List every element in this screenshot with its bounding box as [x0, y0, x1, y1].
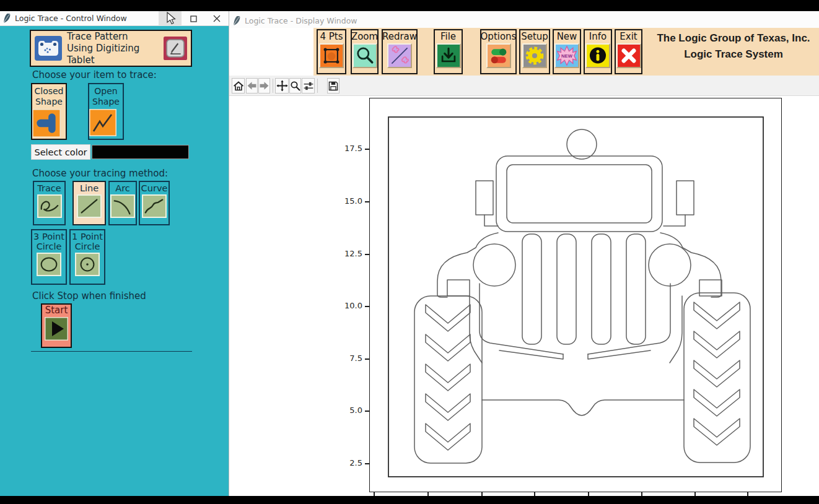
pen-tablet-icon: [164, 37, 187, 60]
select-color-button[interactable]: Select color: [31, 144, 90, 160]
nav-back-button[interactable]: [246, 78, 258, 93]
method-trace-button[interactable]: Trace: [33, 181, 66, 225]
display-window: Logic Trace - Display Window 4 Pts Zoom: [229, 11, 819, 496]
closed-shape-label2: Shape: [32, 97, 66, 107]
letterbox-bottom: [0, 496, 819, 504]
minimize-button[interactable]: [159, 11, 182, 26]
arc-icon: [110, 194, 135, 218]
setup-label: Setup: [521, 30, 548, 43]
maximize-icon: [190, 15, 197, 22]
digitizing-tablet-icon: [35, 36, 62, 61]
new-icon: NEW: [554, 43, 579, 68]
sliders-icon: [303, 80, 314, 92]
zoom-icon: [353, 43, 377, 68]
y-tick-mark: [365, 149, 369, 150]
close-icon: [213, 15, 221, 22]
display-window-titlebar[interactable]: Logic Trace - Display Window: [229, 13, 819, 28]
svg-text:NEW: NEW: [561, 53, 573, 59]
method-line-label: Line: [74, 183, 105, 193]
options-button[interactable]: Options: [480, 29, 517, 74]
trace-squiggle-icon: [37, 194, 62, 218]
info-label: Info: [589, 30, 607, 43]
open-shape-label1: Open: [89, 86, 123, 97]
exit-label: Exit: [620, 30, 637, 43]
file-icon: [436, 43, 461, 68]
brand-block: The Logic Group of Texas, Inc. Logic Tra…: [648, 30, 819, 63]
maximize-button[interactable]: [182, 11, 205, 26]
method-curve-button[interactable]: Curve: [139, 181, 170, 225]
pan-icon: [276, 80, 288, 92]
nav-separator: [317, 79, 318, 93]
close-button[interactable]: [205, 11, 228, 26]
method-arc-button[interactable]: Arc: [108, 181, 137, 225]
closed-shape-button[interactable]: Closed Shape: [31, 83, 67, 140]
current-color-swatch[interactable]: [92, 145, 189, 159]
nav-toolbar: [229, 76, 819, 96]
save-floppy-icon: [328, 80, 339, 92]
info-icon: [585, 43, 610, 68]
open-shape-button[interactable]: Open Shape: [88, 83, 124, 140]
y-tick-label: 15.0: [336, 196, 362, 206]
y-tick-label: 7.5: [336, 354, 362, 363]
open-shape-label2: Shape: [89, 97, 123, 107]
screen: Logic Trace - Control Window: [0, 0, 819, 504]
header-line2: Using Digitizing Tablet: [67, 43, 164, 66]
y-tick-mark: [365, 463, 369, 464]
nav-save-button[interactable]: [327, 78, 339, 93]
method-arc-label: Arc: [110, 183, 136, 193]
four-pts-button[interactable]: 4 Pts: [317, 29, 346, 74]
display-window-title: Logic Trace - Display Window: [245, 16, 357, 25]
control-window: Logic Trace - Control Window: [0, 11, 229, 496]
home-icon: [233, 80, 244, 92]
one-point-label1: 1 Point: [71, 232, 104, 241]
closed-shape-label1: Closed: [32, 86, 66, 97]
start-label: Start: [42, 305, 71, 316]
three-point-label2: Circle: [32, 241, 66, 251]
redraw-icon: [387, 43, 412, 68]
setup-button[interactable]: Setup: [519, 29, 550, 74]
nav-zoom-rect-button[interactable]: [289, 78, 301, 93]
one-point-circle-icon: [75, 253, 100, 276]
file-label: File: [440, 30, 456, 43]
three-point-circle-button[interactable]: 3 Point Circle: [31, 229, 67, 285]
nav-forward-button[interactable]: [258, 78, 270, 93]
closed-shape-icon: [32, 109, 61, 137]
three-point-circle-icon: [37, 253, 61, 276]
redraw-button[interactable]: Redraw: [382, 29, 418, 74]
one-point-circle-button[interactable]: 1 Point Circle: [69, 229, 105, 285]
method-curve-label: Curve: [140, 183, 169, 193]
matplotlib-logo-icon: [233, 15, 241, 26]
y-tick-mark: [365, 411, 369, 412]
open-shape-icon: [89, 109, 116, 136]
start-button[interactable]: Start: [41, 303, 72, 348]
line-icon: [77, 194, 102, 218]
nav-separator: [273, 79, 273, 93]
new-button[interactable]: New NEW: [553, 29, 581, 74]
matplotlib-logo-icon: [3, 13, 11, 24]
brand-line1: The Logic Group of Texas, Inc.: [648, 30, 819, 46]
brand-line2: Logic Trace System: [648, 46, 819, 63]
nav-home-button[interactable]: [232, 78, 245, 93]
nav-configure-button[interactable]: [302, 78, 315, 93]
exit-button[interactable]: Exit: [615, 29, 642, 74]
file-button[interactable]: File: [434, 29, 463, 74]
info-button[interactable]: Info: [584, 29, 612, 74]
traced-jeep-pattern: [388, 116, 764, 478]
control-window-title: Logic Trace - Control Window: [15, 14, 127, 23]
y-tick-label: 5.0: [336, 406, 362, 415]
trace-pattern-header: Trace Pattern Using Digitizing Tablet: [30, 30, 192, 67]
y-tick-mark: [365, 306, 369, 307]
y-tick-mark: [365, 201, 369, 202]
method-line-button[interactable]: Line: [72, 181, 106, 225]
zoom-label: Zoom: [351, 30, 378, 43]
play-icon: [45, 317, 68, 341]
zoom-button[interactable]: Zoom: [351, 29, 379, 74]
exit-icon: [616, 43, 641, 68]
control-window-titlebar[interactable]: Logic Trace - Control Window: [0, 11, 229, 26]
new-label: New: [557, 30, 577, 43]
redraw-label: Redraw: [382, 30, 417, 43]
nav-pan-button[interactable]: [275, 78, 289, 93]
magnifier-icon: [290, 80, 300, 91]
y-tick-mark: [365, 254, 369, 255]
choose-item-label: Choose your item to trace:: [32, 69, 157, 80]
